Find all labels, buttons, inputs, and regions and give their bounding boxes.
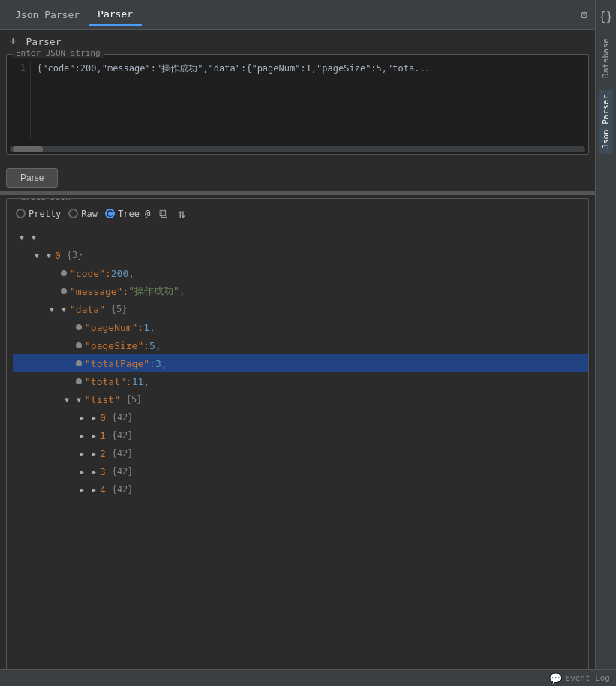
tree-row-row-data[interactable]: "data" {5} (13, 300, 588, 318)
tree-row-row-list-2[interactable]: 2 {42} (13, 444, 588, 462)
tree-key: 0 (55, 250, 61, 261)
tree-value: 3, (155, 358, 167, 369)
tree-count: {5} (126, 394, 143, 405)
chevron-extra-down-icon[interactable] (73, 393, 85, 405)
tab-parser[interactable]: Parser (89, 4, 142, 26)
right-panel: {} Database Json Parser (595, 0, 616, 686)
radio-tree-dot[interactable] (105, 209, 115, 218)
tree-row-row-totalPage[interactable]: "totalPage": 3, (13, 354, 588, 372)
tree-dot-icon (76, 360, 82, 366)
tree-key: "message": (70, 286, 128, 297)
tree-row-row-message[interactable]: "message": "操作成功", (13, 282, 588, 300)
tree-row-row-0[interactable]: 0 {3} (13, 246, 588, 264)
tree-key: 2 (100, 448, 106, 459)
parsed-json-title: Parsed Json (13, 198, 74, 202)
line-numbers: 1 (7, 61, 31, 139)
tree-count: {5} (111, 304, 128, 314)
expand-icon[interactable]: ⇅ (176, 206, 187, 221)
tree-value: 5, (149, 340, 161, 351)
tab-json-parser[interactable]: Json Parser (6, 5, 89, 25)
chevron-down-icon[interactable] (46, 303, 58, 315)
chevron-down-icon[interactable] (61, 393, 73, 405)
braces-icon: {} (596, 6, 616, 26)
chevron-extra-down-icon[interactable] (58, 303, 70, 315)
tree-row-row-list-0[interactable]: 0 {42} (13, 408, 588, 426)
parse-btn-container: Parse (6, 161, 589, 188)
radio-raw-dot[interactable] (68, 209, 78, 218)
tree-key: 1 (100, 430, 106, 441)
tree-row-row-total[interactable]: "total": 11, (13, 372, 588, 390)
chevron-extra-right-icon[interactable] (88, 483, 100, 495)
chevron-extra-right-icon[interactable] (88, 447, 100, 459)
chevron-right-icon[interactable] (76, 483, 88, 495)
event-log-item[interactable]: 💬 Event Log (549, 672, 610, 684)
tree-value: 11, (132, 376, 149, 387)
radio-raw-label: Raw (81, 209, 98, 219)
tree-count: {42} (112, 412, 134, 423)
chevron-right-icon[interactable] (76, 465, 88, 477)
tree-row-root-expand[interactable] (13, 228, 588, 246)
radio-tree[interactable]: Tree @ (105, 209, 150, 219)
tree-key: "total": (85, 376, 132, 387)
tree-row-row-code[interactable]: "code": 200, (13, 264, 588, 282)
tree-dot-icon (76, 342, 82, 348)
tree-value-str: "操作成功", (128, 284, 185, 298)
radio-pretty-dot[interactable] (16, 209, 26, 218)
tree-row-row-pageNum[interactable]: "pageNum": 1, (13, 318, 588, 336)
radio-toolbar: Pretty Raw Tree @ ⧉ ⇅ (7, 199, 588, 225)
tree-count: {42} (112, 466, 134, 477)
chevron-right-icon[interactable] (76, 429, 88, 441)
json-input-title: Enter JSON string (13, 48, 104, 58)
tree-row-row-list-1[interactable]: 1 {42} (13, 426, 588, 444)
tree-count: {3} (67, 250, 83, 260)
tree-content[interactable]: 0 {3}"code": 200,"message": "操作成功","data… (7, 225, 588, 679)
json-input-area: 1 {"code":200,"message":"操作成功","data":{"… (7, 55, 588, 145)
tree-key: 3 (100, 466, 106, 477)
tree-count: {42} (112, 448, 134, 459)
right-tab-database[interactable]: Database (599, 34, 613, 83)
tree-count: {42} (112, 430, 134, 441)
chevron-down-icon[interactable] (31, 249, 43, 261)
tree-dot-icon (76, 324, 82, 330)
tree-row-row-list-3[interactable]: 3 {42} (13, 462, 588, 480)
chevron-extra-down-icon[interactable] (43, 249, 55, 261)
tree-value: 200, (111, 268, 134, 279)
settings-icon[interactable]: ⚙ (578, 6, 591, 23)
tree-dot-icon (61, 288, 67, 294)
parser-label: Parser (26, 36, 62, 47)
tree-row-row-list-4[interactable]: 4 {42} (13, 480, 588, 498)
chevron-extra-right-icon[interactable] (88, 411, 100, 423)
tree-row-row-pageSize[interactable]: "pageSize": 5, (13, 336, 588, 354)
add-button[interactable]: + (6, 35, 20, 48)
chevron-extra-right-icon[interactable] (88, 429, 100, 441)
radio-tree-label: Tree @ (118, 209, 150, 219)
tree-key: "code": (70, 268, 111, 279)
chevron-extra-down-icon[interactable] (28, 231, 40, 243)
event-log-icon: 💬 (549, 672, 562, 684)
tree-key: "pageNum": (85, 322, 143, 333)
right-tab-json-parser[interactable]: Json Parser (599, 90, 613, 154)
tree-key: 4 (100, 484, 106, 495)
radio-pretty-label: Pretty (29, 209, 61, 219)
radio-pretty[interactable]: Pretty (16, 209, 61, 219)
tree-row-row-list[interactable]: "list" {5} (13, 390, 588, 408)
chevron-down-icon[interactable] (16, 231, 28, 243)
parsed-json-section: Parsed Json Pretty Raw Tree @ ⧉ ⇅ 0 {3}"… (6, 198, 589, 680)
tree-value: 1, (143, 322, 155, 333)
copy-icon[interactable]: ⧉ (158, 206, 169, 221)
json-content-display: {"code":200,"message":"操作成功","data":{"pa… (31, 61, 588, 139)
chevron-right-icon[interactable] (76, 447, 88, 459)
tree-key: 0 (100, 412, 106, 423)
tree-key: "list" (85, 394, 120, 405)
tree-count: {42} (112, 484, 134, 495)
scrollbar-thumb[interactable] (13, 146, 43, 152)
event-log-label: Event Log (565, 673, 610, 683)
chevron-right-icon[interactable] (76, 411, 88, 423)
section-divider (0, 191, 595, 195)
horizontal-scrollbar[interactable] (10, 146, 585, 152)
radio-raw[interactable]: Raw (68, 209, 98, 219)
parse-button[interactable]: Parse (6, 168, 58, 188)
chevron-extra-right-icon[interactable] (88, 465, 100, 477)
json-input-section: Enter JSON string 1 {"code":200,"message… (0, 50, 595, 191)
tree-key: "totalPage": (85, 358, 155, 369)
